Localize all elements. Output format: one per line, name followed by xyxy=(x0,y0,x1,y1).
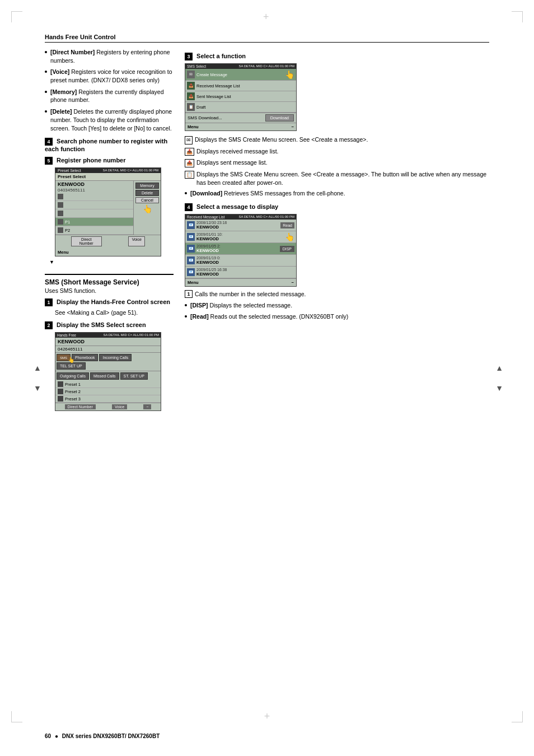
preset-rows: KENWOOD 04034565111 P1 xyxy=(55,181,161,235)
phonebook-btn[interactable]: Phonebook xyxy=(72,354,98,361)
outgoing-calls-btn[interactable]: Outgoing Calls xyxy=(57,372,89,380)
download-row: SMS Download... Download xyxy=(185,113,296,123)
cancel-btn[interactable]: Cancel xyxy=(135,197,159,203)
sms-subtitle: Uses SMS function. xyxy=(45,287,174,294)
step5-heading: 5 Register phone number xyxy=(45,157,174,165)
bracket-received: 📥 Displays received message list. xyxy=(185,147,489,156)
sms-screen-footer: Menu − xyxy=(185,123,296,130)
read-info-item: [Read] Reads out the selected message. (… xyxy=(185,312,489,321)
direct-number-btn[interactable]: Direct Number xyxy=(71,236,102,246)
delete-item: [Delete] Deletes the currently displayed… xyxy=(45,108,174,132)
recv-icon-4: 📧 xyxy=(187,256,195,264)
section-header: Hands Free Unit Control xyxy=(45,34,489,43)
memory-btn[interactable]: Memory xyxy=(135,183,159,189)
received-list-row[interactable]: 📥 Received Message List xyxy=(185,81,296,91)
recv-row-5[interactable]: 📧 2009/01/25 16:38 KENWOOD xyxy=(185,267,296,278)
preset-screen-header: Preset Select SA DETAIL MID C= ALL/00 01… xyxy=(55,168,161,173)
preset-row-1 xyxy=(55,193,133,201)
right-column: 3 Select a function SMS Select SA DETAIL… xyxy=(185,48,489,414)
right-side-arrows: ▲ ▼ xyxy=(495,363,503,393)
step4-heading: 4 Search phone number to register with e… xyxy=(45,138,174,152)
sms-btn[interactable]: SMS 👆 xyxy=(57,354,71,361)
sms-step2-heading: 2 Display the SMS Select screen xyxy=(45,321,174,329)
bullet-arrow: ▼ xyxy=(49,259,174,265)
right-up-arrow: ▲ xyxy=(495,363,503,372)
page-number-area: 60 ● DNX series DNX9260BT/ DNX7260BT xyxy=(45,733,160,739)
preset-icon-p2 xyxy=(58,227,63,233)
hf-name: KENWOOD xyxy=(55,338,161,346)
step3-heading: 3 Select a function xyxy=(185,53,489,60)
recv-footer: Menu − xyxy=(185,278,296,286)
touch-icon-sms: 👆 xyxy=(285,70,294,79)
sms-step1-heading: 1 Display the Hands-Free Control screen xyxy=(45,298,174,306)
sms-section: SMS (Short Message Service) Uses SMS fun… xyxy=(45,274,174,411)
voice-footer-btn[interactable]: Voice xyxy=(112,404,127,409)
preset-bottom-btns: Direct Number Voice xyxy=(55,235,161,249)
tel-setup-btn[interactable]: TEL SET UP xyxy=(57,362,86,370)
disp-btn[interactable]: DISP xyxy=(280,246,294,252)
voice-item: [Voice] Registers voice for voice recogn… xyxy=(45,68,174,84)
preset-row-p2: P2 xyxy=(55,226,133,235)
direct-number-item: [Direct Number] Registers by entering ph… xyxy=(45,48,174,64)
touch-recv-2: 👆 xyxy=(285,232,294,241)
preset-row-2 xyxy=(55,201,133,209)
recv-row-3[interactable]: 📧 2009/01/05 2: KENWOOD DISP xyxy=(185,243,296,255)
bracket-received-icon: 📥 xyxy=(185,148,194,156)
sms-step1-text: See <Making a Call> (page 51). xyxy=(55,309,174,317)
recv-row-4[interactable]: 📧 2009/01/19 0: KENWOOD xyxy=(185,255,296,267)
left-column: [Direct Number] Registers by entering ph… xyxy=(45,48,174,414)
preset-icon-2 xyxy=(58,389,63,394)
up-arrow: ▲ xyxy=(34,363,41,372)
bracket-sent-icon: 📤 xyxy=(185,159,194,167)
preset-icon xyxy=(58,381,63,387)
minus-footer-btn[interactable]: − xyxy=(143,404,151,409)
voice-btn[interactable]: Voice xyxy=(128,236,145,246)
read-btn[interactable]: Read xyxy=(280,222,294,228)
download-btn[interactable]: Download xyxy=(265,114,294,122)
recv-icon-3: 📧 xyxy=(187,245,195,253)
preset-icon-p1 xyxy=(58,219,63,225)
recv-row-1[interactable]: 📧 2008/12/30 23:16 KENWOOD Read xyxy=(185,220,296,231)
create-message-row[interactable]: ✉ Create Message 👆 xyxy=(185,69,296,81)
hf-btn-area: SMS 👆 Phonebook Incoming Calls TEL SET U… xyxy=(55,353,161,371)
missed-calls-btn[interactable]: Missed Calls xyxy=(90,372,119,380)
incoming-calls-btn[interactable]: Incoming Calls xyxy=(99,354,132,361)
recv-row-2[interactable]: 📧 2009/01/01 10: KENWOOD 👆 xyxy=(185,231,296,243)
sms-title: SMS (Short Message Service) xyxy=(45,278,174,286)
hf-preset-1: Preset 1 xyxy=(55,381,161,388)
step4-right-heading: 4 Select a message to display xyxy=(185,203,489,211)
preset-buttons-panel: Memory Delete Cancel 👆 xyxy=(134,181,161,235)
received-list-icon: 📥 xyxy=(187,82,195,90)
recv-messages-screen: Received Message List SA DETAIL MID C= A… xyxy=(185,214,297,287)
hf-screen: Hands Free SA DETAIL MID C= ALL/00 01:00… xyxy=(55,332,161,411)
touch-indicator: 👆 xyxy=(135,204,159,213)
delete-btn[interactable]: Delete xyxy=(135,190,159,196)
download-info-item: [Download] Retrieves SMS messages from t… xyxy=(185,189,489,198)
bracket-create-icon: ✉ xyxy=(185,136,193,144)
preset-row-p1: P1 xyxy=(55,218,133,226)
preset-name: KENWOOD xyxy=(55,181,133,188)
hf-preset-3: Preset 3 xyxy=(55,395,161,403)
preset-list: KENWOOD 04034565111 P1 xyxy=(55,181,134,235)
hf-preset-2: Preset 2 xyxy=(55,388,161,395)
right-down-arrow: ▼ xyxy=(495,384,503,393)
memory-item: [Memory] Registers the currently display… xyxy=(45,88,174,104)
recv-header: Received Message List SA DETAIL MID C= A… xyxy=(185,214,296,220)
down-arrow: ▼ xyxy=(34,384,41,393)
direct-num-footer-btn[interactable]: Direct Number xyxy=(65,404,96,409)
side-arrows: ▲ ▼ xyxy=(34,363,41,393)
sent-list-icon: 📤 xyxy=(187,92,195,100)
sms-function-list: ✉ Displays the SMS Create Menu screen. S… xyxy=(185,136,489,198)
hf-preset-rows: Outgoing Calls Missed Calls ST. SET UP P… xyxy=(55,371,161,403)
hf-btn-area-2: Outgoing Calls Missed Calls ST. SET UP xyxy=(55,371,161,381)
bracket-create: ✉ Displays the SMS Create Menu screen. S… xyxy=(185,136,489,144)
sent-list-row[interactable]: 📤 Sent Message List xyxy=(185,91,296,102)
preset-icon-2 xyxy=(58,202,63,208)
st-setup-btn[interactable]: ST. SET UP xyxy=(120,372,148,380)
preset-menu-label: Menu xyxy=(55,249,161,256)
preset-select-screen: Preset Select SA DETAIL MID C= ALL/00 01… xyxy=(55,167,161,256)
draft-row[interactable]: 📋 Draft xyxy=(185,102,296,113)
preset-icon-1 xyxy=(58,194,63,199)
step-num-outline-1: 1 xyxy=(185,290,193,298)
recv-icon-2: 📧 xyxy=(187,233,195,241)
